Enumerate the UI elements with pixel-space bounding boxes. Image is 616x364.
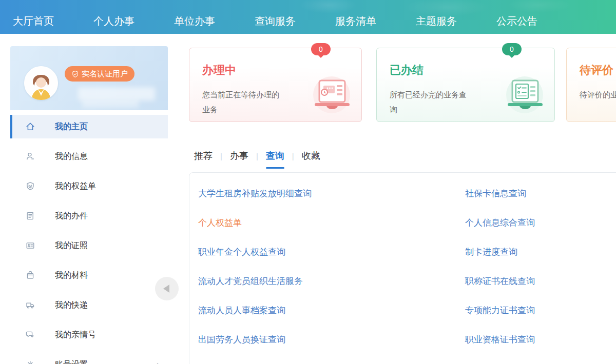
sidebar-item-my-certificates[interactable]: 我的证照: [10, 231, 168, 260]
completed-count-badge: 0: [502, 43, 522, 55]
service-link[interactable]: 职业资格证书查询: [465, 325, 587, 354]
service-link[interactable]: 技能人员职业资格证书补发查询: [465, 354, 587, 364]
service-link[interactable]: 专项能力证书查询: [465, 296, 587, 325]
service-link[interactable]: 职业年金个人权益查询: [198, 237, 312, 267]
tab-query[interactable]: 查询: [266, 150, 284, 162]
user-card: 实名认证用户: [10, 46, 168, 110]
card-title: 待评价: [580, 63, 616, 78]
sidebar-item-label: 我的信息: [55, 151, 88, 162]
service-link-highlighted[interactable]: 个人权益单: [198, 208, 312, 237]
processing-count-badge: 0: [311, 43, 331, 55]
user-icon: [25, 151, 36, 162]
realname-auth-badge: 实名认证用户: [65, 66, 134, 82]
truck-icon: [25, 299, 36, 311]
nav-item-query-services[interactable]: 查询服务: [255, 14, 296, 28]
laptop-checklist-illustration: [498, 75, 547, 118]
redacted-user-id: [82, 99, 139, 108]
nav-item-theme-services[interactable]: 主题服务: [416, 14, 457, 28]
tab-separator: |: [256, 152, 258, 160]
sidebar-menu: 我的主页 我的信息 我的权益单 我的办件: [10, 110, 168, 364]
service-link[interactable]: 流动人才党员组织生活服务: [198, 267, 312, 296]
sidebar-item-my-rights[interactable]: 我的权益单: [10, 171, 168, 201]
services-column-left: 大学生租房补贴发放明细查询 个人权益单 职业年金个人权益查询 流动人才党员组织生…: [198, 179, 312, 364]
id-card-icon: [25, 240, 36, 251]
tab-services[interactable]: 办事: [230, 150, 248, 162]
sidebar-collapse-button[interactable]: [155, 277, 179, 300]
service-link[interactable]: 社保卡信息查询: [465, 179, 587, 208]
tab-recommended[interactable]: 推荐: [194, 150, 213, 162]
sidebar-item-my-express[interactable]: 我的快递: [10, 290, 168, 320]
card-description: 您当前正在等待办理的业务: [202, 87, 279, 117]
top-navigation: 大厅首页 个人办事 单位办事 查询服务 服务清单 主题服务 公示公告: [0, 0, 616, 34]
sidebar-item-label: 我的亲情号: [55, 330, 96, 340]
card-description: 待评价的业务: [580, 87, 616, 102]
auth-shield-icon: [71, 70, 79, 78]
laptop-chat-illustration: [305, 75, 354, 118]
sidebar-item-account-settings[interactable]: 账号设置 ›: [10, 350, 168, 364]
sidebar-item-label: 账号设置: [55, 359, 88, 364]
services-column-right: 社保卡信息查询 个人信息综合查询 制卡进度查询 职称证书在线查询 专项能力证书查…: [465, 179, 587, 364]
tab-favorites[interactable]: 收藏: [302, 150, 320, 162]
sidebar-item-my-cases[interactable]: 我的办件: [10, 201, 168, 231]
auth-badge-label: 实名认证用户: [82, 69, 128, 79]
service-link[interactable]: 出国劳务人员换证查询: [198, 325, 312, 354]
nav-item-personal-services[interactable]: 个人办事: [93, 14, 134, 28]
chevron-right-icon: ›: [157, 359, 160, 364]
sidebar-item-my-family-number[interactable]: 我的亲情号: [10, 320, 168, 350]
card-processing[interactable]: 0 办理中 您当前正在等待办理的业务: [189, 48, 362, 122]
service-link[interactable]: 职称证书在线查询: [465, 267, 587, 296]
sidebar-item-my-home[interactable]: 我的主页: [10, 115, 168, 138]
service-link[interactable]: 制卡进度查询: [465, 237, 587, 267]
rights-shield-icon: [25, 180, 36, 192]
sidebar-item-my-materials[interactable]: 我的材料: [10, 260, 168, 290]
card-pending-evaluation[interactable]: 待评价 待评价的业务: [566, 48, 616, 122]
card-completed[interactable]: 0 已办结 所有已经办完的业务查询: [376, 48, 555, 122]
nav-item-unit-services[interactable]: 单位办事: [174, 14, 215, 28]
gear-icon: [25, 359, 36, 364]
sidebar-item-label: 我的权益单: [55, 181, 96, 192]
sidebar-item-label: 我的材料: [55, 270, 88, 281]
card-description: 所有已经办完的业务查询: [390, 87, 467, 117]
sidebar-item-label: 我的办件: [55, 211, 88, 221]
avatar-illustration: [24, 66, 58, 100]
document-icon: [25, 210, 36, 221]
service-tabs: 推荐 | 办事 | 查询 | 收藏: [194, 150, 320, 162]
avatar[interactable]: [24, 66, 58, 100]
home-icon: [25, 121, 36, 132]
redacted-user-name: [78, 87, 155, 100]
materials-bag-icon: [25, 270, 36, 281]
service-link[interactable]: 流动人员人事档案查询: [198, 296, 312, 325]
nav-item-hall-home[interactable]: 大厅首页: [13, 14, 54, 28]
query-services-panel: 大学生租房补贴发放明细查询 个人权益单 职业年金个人权益查询 流动人才党员组织生…: [189, 172, 616, 364]
service-link[interactable]: 养老保险查询: [198, 354, 312, 364]
chevron-left-icon: [163, 285, 169, 293]
sidebar: 实名认证用户 我的主页 我的信息 我的: [10, 46, 168, 364]
service-link[interactable]: 大学生租房补贴发放明细查询: [198, 179, 312, 208]
tab-separator: |: [220, 152, 222, 160]
service-link[interactable]: 个人信息综合查询: [465, 208, 587, 237]
nav-item-announcements[interactable]: 公示公告: [496, 14, 537, 28]
sidebar-item-label: 我的证照: [55, 240, 88, 251]
sidebar-item-label: 我的快递: [55, 300, 88, 311]
sidebar-item-label: 我的主页: [55, 122, 88, 132]
nav-item-service-list[interactable]: 服务清单: [335, 14, 376, 28]
family-chat-heart-icon: [25, 329, 36, 340]
tab-separator: |: [292, 152, 294, 160]
sidebar-item-my-info[interactable]: 我的信息: [10, 141, 168, 171]
portal-page: 大厅首页 个人办事 单位办事 查询服务 服务清单 主题服务 公示公告: [0, 0, 616, 364]
